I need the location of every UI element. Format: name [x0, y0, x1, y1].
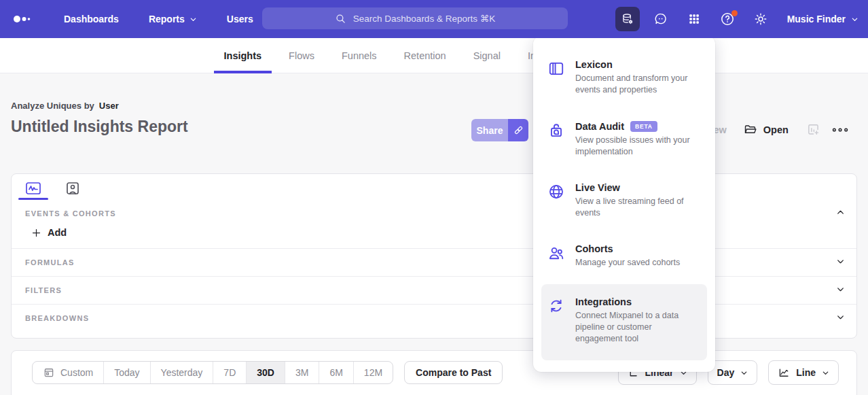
formulas-header: FORMULAS [12, 249, 856, 267]
copy-link-button[interactable] [508, 119, 528, 141]
expand-breakdowns-button[interactable] [836, 313, 845, 322]
date-range-12m[interactable]: 12M [354, 362, 393, 383]
date-range-yesterday[interactable]: Yesterday [151, 362, 214, 383]
formulas-section[interactable]: FORMULAS [12, 248, 856, 276]
date-range-today[interactable]: Today [104, 362, 150, 383]
header-actions: New Open [693, 122, 849, 137]
live-view-globe-icon [547, 183, 565, 201]
add-to-dashboard-button[interactable] [806, 122, 820, 137]
data-audit-icon [547, 122, 565, 139]
chevron-down-icon [822, 369, 829, 377]
data-management-button[interactable] [615, 7, 640, 31]
help-button[interactable] [715, 7, 740, 31]
menu-item-desc: Manage your saved cohorts [575, 257, 680, 269]
search-placeholder: Search Dashboards & Reports ⌘K [353, 13, 495, 24]
lexicon-icon [547, 60, 565, 78]
chevron-up-icon [836, 208, 845, 217]
chevron-down-icon [836, 257, 845, 266]
tab-insights[interactable]: Insights [214, 38, 272, 73]
menu-item-desc: Connect Mixpanel to a data pipeline or c… [575, 310, 692, 345]
chevron-down-icon [189, 16, 197, 23]
breadcrumb-prefix: Analyze Uniques by [11, 101, 94, 111]
menu-item-cohorts[interactable]: Cohorts Manage your saved cohorts [533, 232, 715, 280]
menu-item-title: Cohorts [575, 243, 680, 254]
cohorts-icon [547, 244, 565, 262]
database-gear-icon [620, 12, 635, 27]
tab-signal[interactable]: Signal [463, 38, 511, 73]
project-name: Music Finder [787, 14, 846, 24]
calendar-icon [43, 366, 55, 379]
nav-item-reports[interactable]: Reports [149, 14, 197, 24]
link-icon [513, 124, 524, 136]
plus-icon [31, 228, 41, 238]
menu-item-lexicon[interactable]: Lexicon Document and transform your even… [533, 47, 715, 109]
query-icon-tabs [12, 174, 856, 199]
date-range-3m[interactable]: 3M [285, 362, 319, 383]
project-switcher[interactable]: Music Finder [787, 14, 858, 24]
menu-item-integrations[interactable]: Integrations Connect Mixpanel to a data … [541, 284, 707, 360]
data-management-menu: Lexicon Document and transform your even… [533, 36, 715, 372]
tab-funnels[interactable]: Funnels [331, 38, 387, 73]
tab-events-query[interactable] [20, 180, 47, 199]
chat-bubble-icon [653, 12, 668, 27]
folder-icon [743, 122, 757, 137]
settings-button[interactable] [748, 7, 773, 31]
chart-toolbar-panel: Custom Today Yesterday 7D 30D 3M 6M 12M … [11, 350, 857, 395]
compare-to-past-button[interactable]: Compare to Past [404, 361, 503, 384]
nav-item-users[interactable]: Users [227, 14, 253, 24]
search-input[interactable]: Search Dashboards & Reports ⌘K [262, 7, 568, 29]
events-cohorts-section: EVENTS & COHORTS Add [12, 199, 856, 238]
integrations-sync-icon [547, 297, 565, 315]
events-cohorts-header: EVENTS & COHORTS [12, 199, 856, 218]
date-range-7d[interactable]: 7D [213, 362, 247, 383]
mixpanel-logo-icon[interactable] [12, 14, 34, 24]
app-root: Dashboards Reports Users Search Dashboar… [0, 0, 868, 395]
menu-item-desc: View a live streaming feed of events [575, 196, 692, 220]
tab-profiles-query[interactable] [59, 180, 86, 199]
chevron-down-icon [851, 16, 858, 23]
report-tabbar: Insights Flows Funnels Retention Signal … [0, 38, 868, 73]
ellipsis-icon [831, 124, 849, 136]
breadcrumb-value[interactable]: User [99, 101, 119, 111]
menu-item-live-view[interactable]: Live View View a live streaming feed of … [533, 170, 715, 232]
tab-retention[interactable]: Retention [394, 38, 456, 73]
expand-filters-button[interactable] [836, 285, 845, 294]
date-range-6m[interactable]: 6M [319, 362, 353, 383]
nav-item-dashboards[interactable]: Dashboards [64, 14, 119, 24]
apps-grid-button[interactable] [682, 7, 706, 31]
breakdowns-header: BREAKDOWNS [12, 305, 856, 322]
nav-links: Dashboards Reports Users [64, 14, 253, 24]
chevron-down-icon [836, 313, 845, 322]
person-icon [65, 180, 81, 196]
menu-item-title: Data Audit BETA [575, 121, 692, 132]
chart-type-dropdown[interactable]: Line [768, 360, 839, 385]
add-event-button[interactable]: Add [31, 227, 79, 238]
collapse-events-button[interactable] [836, 208, 845, 217]
open-report-button[interactable]: Open [743, 122, 789, 137]
beta-badge: BETA [630, 121, 657, 132]
menu-item-title: Integrations [575, 296, 692, 307]
feedback-button[interactable] [649, 7, 673, 31]
line-chart-icon [778, 366, 790, 379]
more-options-button[interactable] [831, 124, 849, 136]
notification-dot [731, 10, 738, 16]
menu-item-data-audit[interactable]: Data Audit BETA View possible issues wit… [533, 109, 715, 171]
nav-right-controls: Music Finder [615, 0, 858, 38]
breakdowns-section[interactable]: BREAKDOWNS [12, 304, 856, 332]
share-button[interactable]: Share [471, 119, 508, 141]
chevron-down-icon [740, 369, 748, 377]
menu-item-title: Live View [575, 182, 692, 193]
grid-icon [687, 12, 701, 26]
menu-item-desc: View possible issues with your implement… [575, 135, 692, 158]
filters-section[interactable]: FILTERS [12, 276, 856, 304]
date-range-control: Custom Today Yesterday 7D 30D 3M 6M 12M [32, 361, 393, 384]
date-range-30d[interactable]: 30D [247, 362, 285, 383]
date-range-custom[interactable]: Custom [33, 362, 104, 383]
expand-formulas-button[interactable] [836, 257, 845, 266]
page-title[interactable]: Untitled Insights Report [11, 118, 188, 136]
tab-flows[interactable]: Flows [278, 38, 325, 73]
top-nav: Dashboards Reports Users Search Dashboar… [0, 0, 868, 38]
gear-icon [753, 12, 768, 27]
chevron-down-icon [836, 285, 845, 294]
chart-pulse-icon [24, 180, 42, 196]
